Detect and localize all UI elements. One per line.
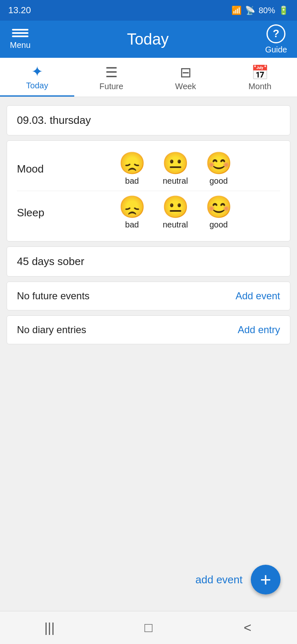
sleep-good-icon: 😊 [205,196,232,218]
guide-button[interactable]: ? Guide [265,24,287,54]
events-text: No future events [17,290,90,302]
mood-good[interactable]: 😊 good [205,152,232,186]
sleep-bad-label: bad [125,220,139,230]
mood-neutral-icon: 😐 [162,152,189,174]
future-icon: ☰ [105,65,118,79]
header-title: Today [127,31,169,48]
mood-neutral[interactable]: 😐 neutral [162,152,189,186]
mood-sleep-card: Mood 😞 bad 😐 neutral 😊 good Sleep [7,140,290,242]
menu-label: Menu [10,40,31,50]
sleep-neutral[interactable]: 😐 neutral [162,196,189,230]
tab-bar: ✦ Today ☰ Future ⊟ Week 📅 Month [0,58,297,97]
recent-apps-button[interactable]: ||| [37,616,62,640]
diary-card: No diary entries Add entry [7,315,290,344]
header: Menu Today ? Guide [0,21,297,58]
tab-future[interactable]: ☰ Future [74,58,148,97]
home-icon: □ [144,620,152,635]
signal-icon: 📡 [245,5,255,15]
sleep-row: Sleep 😞 bad 😐 neutral 😊 good [17,191,280,234]
month-icon: 📅 [251,65,269,79]
sober-card: 45 days sober [7,246,290,277]
guide-icon: ? [266,24,285,43]
mood-bad-icon: 😞 [119,152,146,174]
date-card: 09.03. thursday [7,105,290,135]
add-event-button[interactable]: + [251,565,280,594]
status-icons: 📶 📡 80% 🔋 [231,5,289,15]
sleep-options: 😞 bad 😐 neutral 😊 good [71,196,280,230]
sleep-neutral-label: neutral [163,220,188,230]
hamburger-line-1 [12,29,28,31]
battery-icon: 🔋 [278,5,289,15]
sober-text: 45 days sober [17,255,84,268]
mood-good-icon: 😊 [205,152,232,174]
tab-week-label: Week [175,82,196,91]
tab-today-label: Today [26,81,48,90]
sleep-neutral-icon: 😐 [162,196,189,218]
mood-label: Mood [17,163,71,175]
home-button[interactable]: □ [136,616,161,640]
add-entry-link[interactable]: Add entry [238,324,280,336]
battery-label: 80% [259,6,275,15]
date-text: 09.03. thursday [17,114,91,126]
fab-area: add event + [7,556,290,603]
tab-month[interactable]: 📅 Month [223,58,297,97]
hamburger-line-2 [12,32,28,34]
spacer [7,349,290,552]
mood-row: Mood 😞 bad 😐 neutral 😊 good [17,147,280,191]
tab-today[interactable]: ✦ Today [0,58,74,97]
back-button[interactable]: < [235,616,260,640]
diary-text: No diary entries [17,324,86,336]
hamburger-line-3 [12,36,28,37]
plus-icon: + [260,570,271,589]
status-bar: 13.20 📶 📡 80% 🔋 [0,0,297,21]
add-event-link[interactable]: Add event [236,290,280,302]
week-icon: ⊟ [180,65,191,79]
guide-label: Guide [265,45,287,54]
fab-label: add event [196,573,243,586]
status-time: 13.20 [8,5,31,16]
tab-future-label: Future [99,82,123,91]
mood-options: 😞 bad 😐 neutral 😊 good [71,152,280,186]
main-content: 09.03. thursday Mood 😞 bad 😐 neutral 😊 g… [0,97,297,611]
events-card: No future events Add event [7,282,290,310]
sleep-label: Sleep [17,206,71,219]
mood-neutral-label: neutral [163,176,188,186]
tab-month-label: Month [248,82,271,91]
sleep-good-label: good [210,220,228,230]
today-icon: ✦ [31,64,43,78]
sleep-bad-icon: 😞 [119,196,146,218]
mood-bad-label: bad [125,176,139,186]
sleep-bad[interactable]: 😞 bad [119,196,146,230]
wifi-icon: 📶 [231,5,242,15]
recent-icon: ||| [45,620,55,635]
back-icon: < [244,620,252,635]
menu-button[interactable]: Menu [10,29,31,50]
sleep-good[interactable]: 😊 good [205,196,232,230]
mood-bad[interactable]: 😞 bad [119,152,146,186]
mood-good-label: good [210,176,228,186]
bottom-nav: ||| □ < [0,611,297,644]
tab-week[interactable]: ⊟ Week [148,58,223,97]
